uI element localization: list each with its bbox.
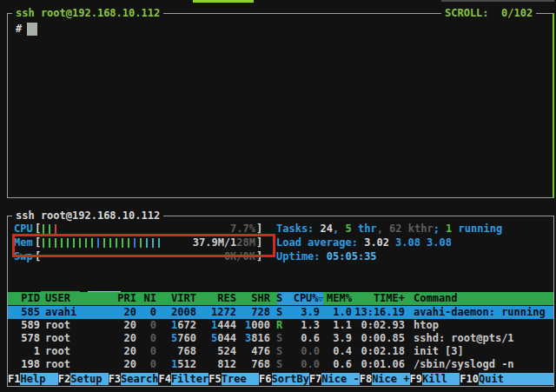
- fkey-nice-minus-button[interactable]: Nice -: [321, 373, 359, 385]
- red-annotation-box: [12, 234, 275, 257]
- cell-cpu: 0.0: [287, 358, 320, 371]
- cell-time: 0:00.85: [353, 332, 405, 345]
- cell-shr: 728: [238, 306, 270, 319]
- fkey-f5: F5: [208, 373, 221, 385]
- shr-kb-digits: 476: [251, 345, 270, 357]
- process-table-header[interactable]: CPU%▽ PID USER PRI NI VIRT RES SHR S MEM…: [8, 292, 553, 305]
- shell-prompt: #: [16, 23, 22, 36]
- cell-user: root: [45, 358, 115, 371]
- cell-command: init [3]: [414, 345, 553, 358]
- cell-res: 1444: [198, 319, 236, 332]
- uptime-value: 05:05:35: [327, 250, 377, 262]
- fkey-search-button[interactable]: Search: [121, 373, 158, 385]
- load-15min: 3.08: [427, 236, 452, 249]
- virt-kb-digits: 512: [177, 358, 196, 370]
- cell-time: 0:01.06: [353, 358, 405, 371]
- cell-cpu: 0.0: [287, 345, 320, 358]
- cell-pri: 20: [115, 332, 136, 345]
- res-kb-digits: 044: [217, 332, 236, 344]
- table-row-selected[interactable]: 585 avahi 20 0 2008 1272 728 S 3.9 1.0 1…: [8, 306, 553, 319]
- cell-virt: 768: [158, 345, 196, 358]
- cell-command: /sbin/syslogd -n: [414, 358, 553, 371]
- tasks-label: Tasks:: [276, 223, 321, 235]
- shr-kb-digits: 000: [251, 319, 270, 331]
- header-mem[interactable]: MEM%: [323, 292, 352, 305]
- cell-pri: 20: [115, 306, 136, 319]
- kthread-text: , 62 kthr: [377, 223, 434, 235]
- cell-state: S: [276, 358, 287, 371]
- cell-res: 1272: [198, 306, 236, 319]
- header-ni[interactable]: NI: [137, 292, 156, 305]
- cell-user: root: [45, 319, 115, 332]
- tasks-count: 24: [321, 223, 333, 235]
- cell-pid: 585: [10, 306, 40, 319]
- fkey-f8: F8: [360, 373, 372, 385]
- fkey-f9: F9: [410, 373, 422, 385]
- fkey-filter-button[interactable]: Filter: [171, 373, 208, 385]
- fkey-f4: F4: [158, 373, 170, 385]
- cell-ni: 0: [137, 319, 156, 332]
- fkey-tree-button[interactable]: Tree: [222, 373, 259, 385]
- header-cpu: CPU%: [294, 292, 319, 304]
- thread-label: thr: [352, 223, 377, 235]
- cell-cpu: 0.6: [287, 332, 320, 345]
- uptime-summary: Uptime: 05:05:35: [276, 250, 377, 263]
- header-pri[interactable]: PRI: [115, 292, 136, 305]
- cell-user: root: [45, 332, 115, 345]
- cell-ni: 0: [137, 345, 156, 358]
- running-label: running: [452, 223, 502, 235]
- top-pane-title: ssh root@192.168.10.112: [12, 7, 163, 20]
- cell-shr: 1000: [238, 319, 270, 332]
- thread-count: 5: [345, 223, 351, 235]
- cell-pri: 20: [115, 358, 136, 371]
- header-virt[interactable]: VIRT: [158, 292, 196, 305]
- cell-pri: 20: [115, 345, 136, 358]
- res-kb-digits: 524: [217, 345, 236, 357]
- fkey-setup-button[interactable]: Setup: [70, 373, 108, 385]
- cell-time: 0:02.93: [353, 319, 405, 332]
- header-command[interactable]: Command: [414, 292, 553, 305]
- header-res[interactable]: RES: [198, 292, 236, 305]
- cell-pid: 589: [10, 319, 40, 332]
- cell-time: 13:16.19: [353, 306, 405, 319]
- cell-res: 5044: [198, 332, 236, 345]
- res-kb-digits: 272: [217, 306, 236, 318]
- cell-ni: 0: [137, 332, 156, 345]
- cell-pid: 198: [10, 358, 40, 371]
- fkey-f1: F1: [8, 373, 20, 385]
- res-kb-digits: 812: [217, 358, 236, 370]
- bottom-pane-title: ssh root@192.168.10.112: [12, 209, 163, 223]
- header-user[interactable]: USER: [45, 292, 115, 305]
- table-row[interactable]: 198 root 20 0 1512 812 768 S 0.0 0.6 0:0…: [8, 358, 553, 371]
- fkey-nice-plus-button[interactable]: Nice +: [372, 373, 409, 385]
- cell-mem: 0.6: [323, 358, 352, 371]
- shr-kb-digits: 816: [251, 332, 270, 344]
- cell-mem: 1.0: [323, 306, 352, 319]
- cell-shr: 3816: [238, 332, 270, 345]
- header-state[interactable]: S: [276, 292, 287, 305]
- fkey-f6: F6: [259, 373, 271, 385]
- header-time[interactable]: TIME+: [353, 292, 405, 305]
- cell-cpu: 3.9: [287, 306, 320, 319]
- cell-state: S: [276, 345, 287, 358]
- table-row[interactable]: 1 root 20 0 768 524 476 S 0.0 0.4 0:02.1…: [8, 345, 553, 358]
- top-terminal-pane[interactable]: #: [7, 13, 554, 198]
- video-artifact-gray-line: [441, 0, 554, 2]
- cell-mem: 1.1: [323, 319, 352, 332]
- fkey-quit-button[interactable]: Quit: [479, 373, 553, 385]
- load-1min: 3.02: [364, 236, 389, 249]
- load-5min: 3.08: [395, 236, 420, 249]
- header-pid[interactable]: PID: [10, 292, 40, 305]
- fkey-help-button[interactable]: Help: [20, 373, 57, 385]
- cell-user: avahi: [45, 306, 115, 319]
- table-row[interactable]: 578 root 20 0 5760 5044 3816 S 0.6 3.9 0…: [8, 332, 553, 345]
- cell-virt: 2008: [158, 306, 196, 319]
- virt-kb-digits: 008: [177, 306, 196, 318]
- cell-shr: 768: [238, 358, 270, 371]
- header-shr[interactable]: SHR: [238, 292, 270, 305]
- fkey-kill-button[interactable]: Kill: [422, 373, 460, 385]
- table-row[interactable]: 589 root 20 0 1672 1444 1000 R 1.3 1.1 0…: [8, 319, 553, 332]
- fkey-f10: F10: [460, 373, 479, 385]
- fkey-f2: F2: [58, 373, 70, 385]
- fkey-sortby-button[interactable]: SortBy: [272, 373, 309, 385]
